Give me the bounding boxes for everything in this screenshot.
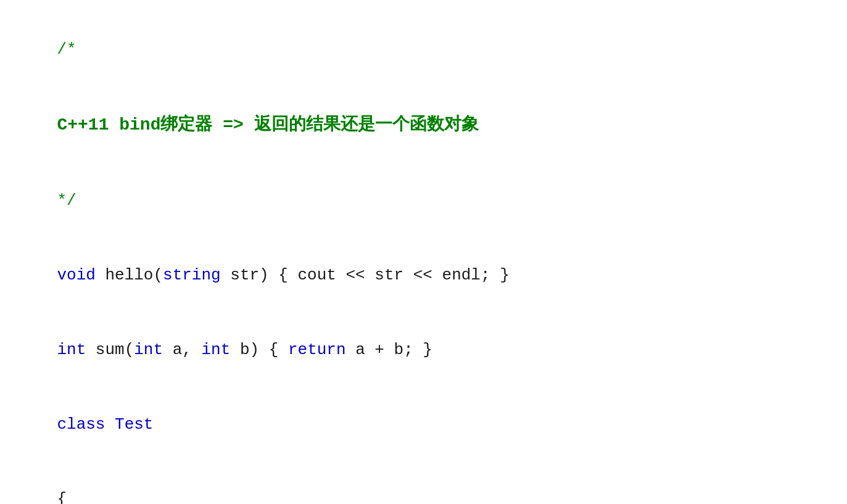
int-sum-line: int sum(int a, int b) { return a + b; } xyxy=(19,313,828,387)
class-test-line: class Test xyxy=(19,387,828,462)
void-hello-line: void hello(string str) { cout << str << … xyxy=(19,238,828,313)
class-open-brace: { xyxy=(19,461,828,504)
comment-line-2: C++11 bind绑定器 => 返回的结果还是一个函数对象 xyxy=(19,87,828,163)
comment-line-3: */ xyxy=(19,163,828,238)
comment-line-1: /* xyxy=(19,12,828,87)
code-block: /* C++11 bind绑定器 => 返回的结果还是一个函数对象 */ voi… xyxy=(19,12,828,504)
